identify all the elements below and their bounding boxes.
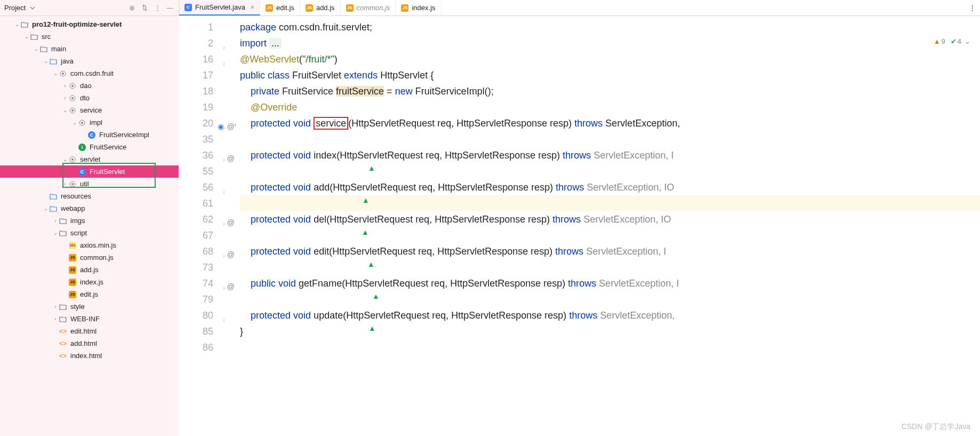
chevron-icon[interactable]: › <box>62 83 68 89</box>
chevron-icon[interactable]: › <box>62 95 68 101</box>
code-line[interactable] <box>240 131 980 147</box>
tree-item-WEB-INF[interactable]: ›WEB-INF <box>0 313 179 325</box>
expand-all-icon[interactable]: ⇅ <box>140 4 149 12</box>
tree-item-com-csdn-fruit[interactable]: ⌄com.csdn.fruit <box>0 67 179 80</box>
ok-badge[interactable]: ✔4⌄ <box>951 37 970 45</box>
code-line[interactable]: protected void service(HttpServletReques… <box>240 115 980 131</box>
tree-item-add-html[interactable]: <>add.html <box>0 337 179 350</box>
chevron-icon[interactable]: ⌄ <box>52 70 59 76</box>
chevron-icon[interactable]: › <box>52 316 59 322</box>
code-editor[interactable]: 12›16›17181920◉↑@›3536@›5556›6162@›6768@… <box>179 16 980 436</box>
tree-item-index-js[interactable]: JSindex.js <box>0 276 179 288</box>
code-line[interactable]: protected void add(HttpServletRequest re… <box>240 179 980 195</box>
tree-item-index-html[interactable]: <>index.html <box>0 350 179 362</box>
tab-add-js[interactable]: JSadd.js <box>300 0 341 15</box>
tree-item-impl[interactable]: ⌄impl <box>0 116 179 129</box>
code-line[interactable] <box>240 259 980 275</box>
code-line[interactable]: private FruitService fruitService = new … <box>240 83 980 99</box>
chevron-icon[interactable] <box>71 169 78 175</box>
chevron-icon[interactable]: ⌄ <box>14 21 20 27</box>
project-tree[interactable]: ⌄pro12-fruit-optimize-servlet⌄src⌄main⌄j… <box>0 16 179 436</box>
tree-item-resources[interactable]: resources <box>0 190 179 202</box>
code-line[interactable]: @Override <box>240 99 980 115</box>
tab-overflow-icon[interactable]: ⋮ <box>964 0 980 15</box>
chevron-icon[interactable] <box>62 255 68 260</box>
tree-item-FruitServiceImpl[interactable]: CFruitServiceImpl <box>0 129 179 141</box>
chevron-icon[interactable]: › <box>52 304 59 310</box>
chevron-icon[interactable] <box>62 242 68 248</box>
chevron-icon[interactable] <box>62 267 68 273</box>
code-line[interactable] <box>240 339 980 355</box>
tree-item-main[interactable]: ⌄main <box>0 43 179 55</box>
tree-item-java[interactable]: ⌄java <box>0 55 179 67</box>
code-area[interactable]: ▲9 ✔4⌄ package com.csdn.fruit.servlet;im… <box>240 16 980 436</box>
chevron-icon[interactable] <box>52 340 59 346</box>
pkg-icon <box>59 69 67 78</box>
tree-item-webapp[interactable]: ⌄webapp <box>0 202 179 215</box>
chevron-icon[interactable]: ⌄ <box>62 107 68 113</box>
tab-FruitServlet-java[interactable]: CFruitServlet.java× <box>179 0 260 15</box>
code-line[interactable]: protected void index(HttpServletRequest … <box>240 147 980 163</box>
chevron-icon[interactable]: ⌄ <box>43 58 49 64</box>
more-icon[interactable]: ⋮ <box>153 4 162 12</box>
tree-item-edit-html[interactable]: <>edit.html <box>0 325 179 337</box>
method-arrow-icon: ▲ <box>368 164 375 172</box>
locate-icon[interactable]: ⊕ <box>127 4 136 12</box>
chevron-icon[interactable]: ⌄ <box>62 156 68 162</box>
code-line[interactable] <box>240 195 980 211</box>
chevron-icon[interactable]: ⌄ <box>43 205 49 211</box>
fld-icon <box>59 315 67 323</box>
chevron-icon[interactable] <box>71 144 78 150</box>
code-line[interactable]: protected void del(HttpServletRequest re… <box>240 211 980 227</box>
tree-item-common-js[interactable]: JScommon.js <box>0 251 179 264</box>
code-line[interactable]: package com.csdn.fruit.servlet; <box>240 19 980 35</box>
code-line[interactable]: public void getFname(HttpServletRequest … <box>240 275 980 291</box>
chevron-icon[interactable]: ⌄ <box>52 230 59 236</box>
code-line[interactable]: @WebServlet("/fruit/*") <box>240 51 980 67</box>
code-line[interactable] <box>240 291 980 307</box>
chevron-icon[interactable]: ⌄ <box>23 34 30 39</box>
tree-item-service[interactable]: ⌄service <box>0 104 179 116</box>
chevron-icon[interactable]: › <box>52 218 59 224</box>
tree-item-pro12-fruit-optimize-servlet[interactable]: ⌄pro12-fruit-optimize-servlet <box>0 18 179 30</box>
tree-item-add-js[interactable]: JSadd.js <box>0 264 179 276</box>
close-icon[interactable]: × <box>251 4 254 11</box>
jsmin-icon: 101 <box>68 241 77 250</box>
project-tool-title[interactable]: Project <box>4 4 26 12</box>
chevron-icon[interactable]: ⌄ <box>71 120 78 125</box>
chevron-icon[interactable] <box>43 193 49 199</box>
inspection-badges[interactable]: ▲9 ✔4⌄ <box>934 37 970 45</box>
code-line[interactable]: import ... <box>240 35 980 51</box>
code-line[interactable] <box>240 227 980 243</box>
tab-edit-js[interactable]: JSedit.js <box>260 0 300 15</box>
tree-item-FruitServlet[interactable]: CFruitServlet <box>0 165 179 178</box>
tree-item-dao[interactable]: ›dao <box>0 80 179 92</box>
tree-item-FruitService[interactable]: IFruitService <box>0 141 179 153</box>
warning-badge[interactable]: ▲9 <box>934 37 945 45</box>
chevron-icon[interactable] <box>62 279 68 285</box>
tab-index-js[interactable]: JSindex.js <box>396 0 441 15</box>
tree-item-util[interactable]: ›util <box>0 178 179 190</box>
hide-icon[interactable]: — <box>166 4 174 12</box>
tab-common-js[interactable]: JScommon.js <box>341 0 396 15</box>
chevron-icon[interactable]: ⌄ <box>33 46 39 52</box>
chevron-icon[interactable] <box>52 328 59 334</box>
tree-item-imgs[interactable]: ›imgs <box>0 215 179 227</box>
tree-item-servlet[interactable]: ⌄servlet <box>0 153 179 165</box>
tree-item-style[interactable]: ›style <box>0 300 179 313</box>
tree-item-axios-min-js[interactable]: 101axios.min.js <box>0 239 179 251</box>
code-line[interactable]: public class FruitServlet extends HttpSe… <box>240 67 980 83</box>
code-line[interactable]: } <box>240 323 980 339</box>
code-line[interactable] <box>240 163 980 179</box>
code-line[interactable]: protected void edit(HttpServletRequest r… <box>240 243 980 259</box>
tree-item-edit-js[interactable]: JSedit.js <box>0 288 179 300</box>
chevron-icon[interactable]: › <box>62 181 68 187</box>
tree-item-dto[interactable]: ›dto <box>0 92 179 104</box>
chevron-icon[interactable] <box>52 353 59 359</box>
tree-item-script[interactable]: ⌄script <box>0 227 179 239</box>
chevron-icon[interactable] <box>62 291 68 297</box>
chevron-down-icon[interactable] <box>30 5 35 11</box>
code-line[interactable]: protected void update(HttpServletRequest… <box>240 307 980 323</box>
tree-item-src[interactable]: ⌄src <box>0 30 179 43</box>
chevron-icon[interactable] <box>81 132 87 138</box>
